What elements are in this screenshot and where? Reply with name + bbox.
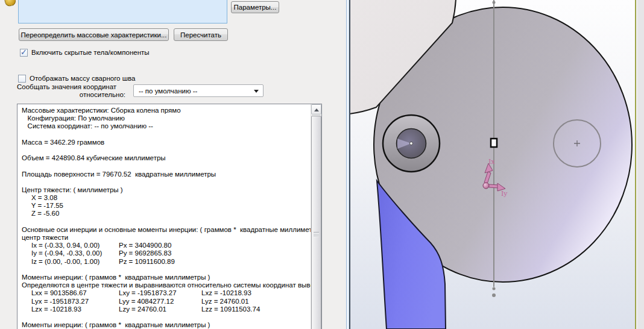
mass-properties-window: Параметры... Переопределить массовые хар… [0,0,644,329]
chevron-down-icon [254,90,259,93]
recalculate-button[interactable]: Пересчитать [174,28,228,41]
scroll-up-button[interactable] [311,104,321,114]
report-line: Конфигурация: По умолчанию [22,114,311,122]
report-line: Объем = 424890.84 кубические миллиметры [22,154,311,162]
report-line: Определяются в центре тяжести и выравнив… [22,281,311,289]
report-line: центр тяжести [22,234,311,242]
origin-marker [491,139,497,147]
report-line [22,131,311,139]
model-boss [383,115,440,172]
mass-properties-report[interactable]: Массовые характеристики: Сборка колена п… [17,104,322,329]
toolbar-icon-fragment [4,0,17,7]
report-line: Iz = (0.00, -0.00, 1.00)Pz = 10911600.89 [22,258,311,266]
include-hidden-checkbox[interactable] [20,49,28,57]
override-mass-properties-button[interactable]: Переопределить массовые характеристики..… [19,28,169,41]
coordinate-system-value: -- по умолчанию -- [139,87,197,95]
weld-mass-label: Отображать массу сварного шва [30,75,135,82]
report-line: Lxx = 9013586.67Lxy = -1951873.27Lxz = -… [22,289,311,297]
scrollbar-grip [314,232,319,237]
report-line: Y = -17.55 [22,202,311,210]
report-coords-label: Сообщать значения координат относительно… [17,83,125,99]
weld-mass-checkbox[interactable] [18,75,26,83]
report-line: Моменты инерции: ( граммов * квадратные … [22,274,311,281]
center-of-mass-ball [483,183,489,189]
coordinate-system-dropdown[interactable]: -- по умолчанию -- [133,84,264,97]
right-window-edge [635,0,644,329]
panel-divider [346,0,350,329]
report-line: Lyx = -1951873.27Lyy = 4084277.12Lyz = 2… [22,298,311,306]
axis-label-y: Iy [501,190,508,198]
options-button[interactable]: Параметры... [231,1,279,13]
report-line: Массовые характеристики: Сборка колена п… [22,107,311,114]
report-line [22,162,311,170]
selection-box[interactable] [18,0,227,24]
report-line: Центр тяжести: ( миллиметры ) [22,186,311,194]
report-line [22,266,311,274]
report-line: Ix = (-0.33, 0.94, 0.00)Px = 3404900.80 [22,242,311,249]
report-scrollbar[interactable] [311,104,321,329]
report-line: Площадь поверхности = 79670.52 квадратны… [22,171,311,178]
report-line: Моменты инерции: ( граммов * квадратные … [22,321,311,329]
report-line: Основные оси инерции и основные моменты … [22,226,311,234]
report-coords-label-line2: относительно: [17,91,125,99]
mass-properties-dialog: Параметры... Переопределить массовые хар… [0,0,346,329]
report-line: Система координат: -- по умолчанию -- [22,122,311,130]
graphics-viewport[interactable]: Ix Iy [350,0,635,329]
include-hidden-label: Включить скрытые тела/компоненты [31,49,150,56]
report-line: Z = -5.60 [22,210,311,218]
axis-label-x: Ix [488,158,495,166]
report-text: Массовые характеристики: Сборка колена п… [22,107,311,329]
report-line: X = 3.08 [22,194,311,202]
report-line [22,218,311,226]
report-coords-label-line1: Сообщать значения координат [17,83,125,91]
report-line [22,178,311,186]
scrollbar-thumb[interactable] [311,116,321,329]
report-line: Iy = (-0.94, -0.33, 0.00)Py = 9692865.83 [22,249,311,257]
report-line [22,313,311,321]
report-line [22,146,311,154]
report-line: Lzx = -10218.93Lzy = 24760.01Lzz = 10911… [22,306,311,313]
report-line: Масса = 3462.29 граммов [22,139,311,146]
